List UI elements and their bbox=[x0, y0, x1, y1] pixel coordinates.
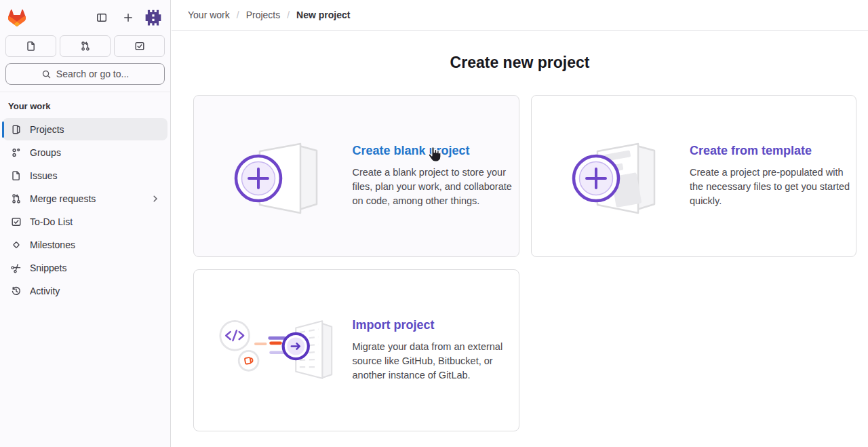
card-import-project: Import project Migrate your data from an… bbox=[193, 269, 519, 431]
breadcrumb-separator: / bbox=[237, 9, 239, 20]
logo-row bbox=[5, 5, 165, 30]
user-avatar[interactable] bbox=[144, 9, 162, 26]
template-illustration bbox=[555, 125, 657, 227]
blank-project-illustration bbox=[218, 125, 319, 227]
sidebar-item-projects[interactable]: Projects bbox=[3, 118, 167, 140]
card-create-blank-project: Create blank project Create a blank proj… bbox=[193, 95, 519, 257]
merge-request-icon bbox=[11, 193, 22, 204]
sidebar-item-groups[interactable]: Groups bbox=[3, 141, 167, 163]
breadcrumb-projects[interactable]: Projects bbox=[246, 9, 281, 20]
sidebar-toggle-icon bbox=[96, 12, 107, 23]
card-description: Migrate your data from an external sourc… bbox=[353, 340, 517, 383]
chevron-right-icon bbox=[150, 193, 161, 204]
issues-icon bbox=[26, 41, 37, 52]
sidebar-toggle-button[interactable] bbox=[92, 7, 112, 28]
create-new-button[interactable] bbox=[118, 7, 138, 28]
create-from-template-link[interactable]: Create from template bbox=[690, 144, 812, 158]
sidebar-section-title: Your work bbox=[0, 92, 170, 116]
breadcrumb-separator: / bbox=[287, 9, 290, 20]
import-project-link[interactable]: Import project bbox=[353, 318, 435, 332]
main-content: Your work / Projects / New project Creat… bbox=[172, 0, 868, 447]
todo-icon bbox=[11, 216, 22, 227]
shortcut-todo-button[interactable] bbox=[114, 35, 165, 57]
card-text: Create from template Create a project pr… bbox=[690, 144, 854, 208]
sidebar-item-todo-list[interactable]: To-Do List bbox=[3, 210, 167, 233]
shortcut-merge-requests-button[interactable] bbox=[60, 35, 111, 57]
breadcrumb: Your work / Projects / New project bbox=[172, 0, 868, 31]
card-description: Create a project pre-populated with the … bbox=[690, 166, 854, 208]
plus-icon bbox=[123, 12, 134, 23]
issues-icon bbox=[11, 170, 22, 181]
create-blank-project-link[interactable]: Create blank project bbox=[353, 144, 470, 158]
groups-icon bbox=[11, 147, 22, 158]
milestone-icon bbox=[11, 239, 22, 250]
search-placeholder: Search or go to... bbox=[56, 69, 129, 79]
search-input[interactable]: Search or go to... bbox=[5, 63, 165, 85]
card-text: Create blank project Create a blank proj… bbox=[353, 144, 517, 208]
sidebar-item-activity[interactable]: Activity bbox=[3, 279, 167, 302]
sidebar-item-merge-requests[interactable]: Merge requests bbox=[3, 187, 167, 210]
sidebar-item-label: Merge requests bbox=[30, 193, 96, 204]
page-title: Create new project bbox=[172, 54, 868, 72]
sidebar-top: Search or go to... bbox=[0, 0, 170, 92]
search-icon bbox=[41, 69, 52, 79]
gitlab-logo[interactable] bbox=[8, 9, 26, 26]
logo-actions bbox=[92, 7, 162, 28]
sidebar-item-label: To-Do List bbox=[30, 216, 73, 227]
card-text: Import project Migrate your data from an… bbox=[353, 318, 517, 383]
activity-icon bbox=[11, 286, 22, 296]
gitlab-new-project-page: { "sidebar": { "section_title": "Your wo… bbox=[0, 0, 868, 447]
card-create-from-template: Create from template Create a project pr… bbox=[531, 95, 857, 257]
sidebar-item-label: Snippets bbox=[30, 263, 66, 273]
sidebar-menu: Projects Groups Issues Merge requests bbox=[0, 116, 170, 304]
shortcut-row bbox=[5, 35, 165, 57]
sidebar-item-label: Issues bbox=[30, 170, 57, 181]
breadcrumb-current: New project bbox=[296, 9, 350, 20]
card-description: Create a blank project to store your fil… bbox=[353, 166, 517, 208]
import-illustration bbox=[218, 315, 334, 386]
sidebar-item-label: Groups bbox=[30, 147, 61, 158]
snippets-icon bbox=[11, 263, 22, 273]
sidebar-item-issues[interactable]: Issues bbox=[3, 164, 167, 187]
sidebar-item-label: Projects bbox=[30, 124, 64, 135]
merge-request-icon bbox=[80, 41, 91, 52]
active-indicator bbox=[2, 121, 4, 138]
shortcut-issues-button[interactable] bbox=[5, 35, 56, 57]
breadcrumb-your-work[interactable]: Your work bbox=[188, 9, 230, 20]
sidebar-item-snippets[interactable]: Snippets bbox=[3, 256, 167, 279]
sidebar: Search or go to... Your work Projects Gr… bbox=[0, 0, 171, 447]
sidebar-item-label: Activity bbox=[30, 286, 60, 296]
todo-icon bbox=[134, 41, 145, 52]
sidebar-item-milestones[interactable]: Milestones bbox=[3, 233, 167, 256]
project-type-cards: Create blank project Create a blank proj… bbox=[193, 95, 856, 431]
projects-icon bbox=[11, 124, 22, 135]
sidebar-item-label: Milestones bbox=[30, 239, 75, 250]
